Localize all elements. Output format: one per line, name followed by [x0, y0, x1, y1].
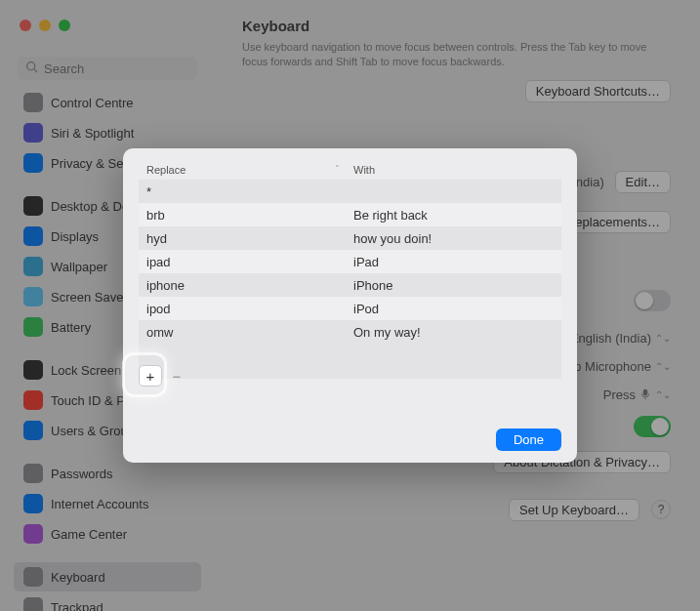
- cell-replace: brb: [146, 208, 353, 223]
- cell-replace: hyd: [146, 231, 353, 246]
- table-row[interactable]: iphoneiPhone: [139, 273, 561, 297]
- cell-with: iPad: [353, 255, 554, 269]
- column-header-replace[interactable]: Replace: [146, 164, 185, 176]
- cell-replace: omw: [146, 325, 353, 340]
- cell-with: how you doin!: [353, 231, 554, 246]
- cell-with: iPod: [353, 302, 554, 316]
- cell-replace: iphone: [146, 278, 353, 293]
- remove-replacement-button[interactable]: −: [168, 365, 185, 387]
- replacements-table: Replace ˄ With *brbBe right backhydhow y…: [139, 164, 561, 379]
- table-row[interactable]: omwOn my way!: [139, 320, 561, 344]
- table-row[interactable]: hydhow you doin!: [139, 226, 561, 250]
- column-header-with[interactable]: With: [353, 164, 375, 176]
- table-row[interactable]: ipadiPad: [139, 250, 561, 273]
- cell-with: On my way!: [353, 325, 554, 340]
- done-button[interactable]: Done: [496, 428, 561, 451]
- table-row[interactable]: brbBe right back: [139, 203, 561, 226]
- sort-indicator-icon: ˄: [335, 164, 340, 176]
- text-replacements-sheet: Replace ˄ With *brbBe right backhydhow y…: [123, 148, 577, 463]
- cell-replace: ipad: [146, 255, 353, 269]
- cell-replace: *: [146, 184, 353, 199]
- table-row[interactable]: ipodiPod: [139, 297, 561, 320]
- table-row[interactable]: *: [139, 180, 561, 203]
- cell-with: iPhone: [353, 278, 554, 293]
- cell-replace: ipod: [146, 302, 353, 316]
- cell-with: Be right back: [353, 208, 554, 223]
- add-replacement-button[interactable]: +: [139, 365, 162, 387]
